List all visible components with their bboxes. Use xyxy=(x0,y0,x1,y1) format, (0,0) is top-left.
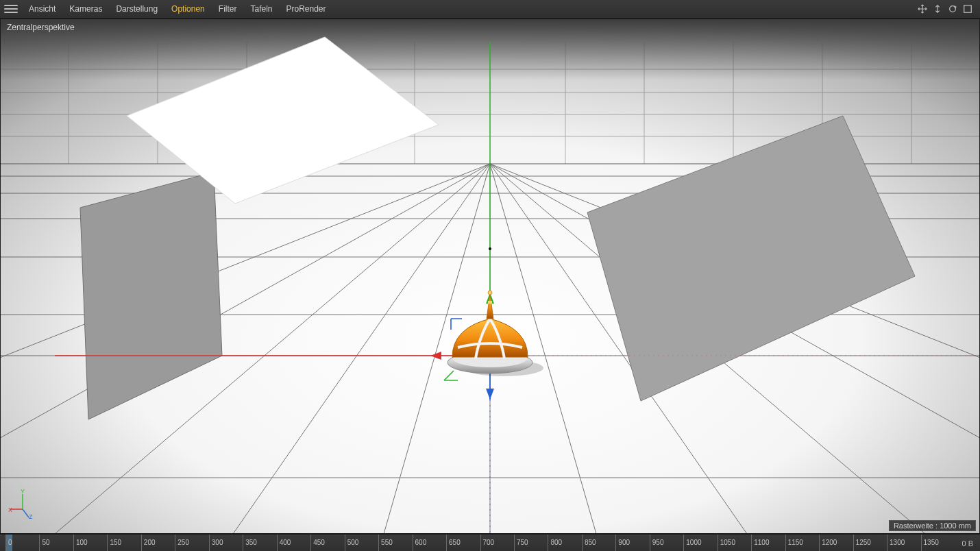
hamburger-icon[interactable] xyxy=(4,2,18,16)
timeline-tick: 200 xyxy=(141,535,142,551)
timeline-ruler[interactable]: 0501001502002503003504004505005506006507… xyxy=(5,535,955,551)
timeline-tick: 800 xyxy=(548,535,548,551)
timeline-tick: 1350 xyxy=(921,535,922,551)
timeline-end-label: 0 B xyxy=(955,539,980,548)
timeline-tick: 550 xyxy=(378,535,379,551)
timeline-tick: 1150 xyxy=(785,535,786,551)
scene-3d[interactable] xyxy=(0,19,980,534)
menu-prorender[interactable]: ProRender xyxy=(280,0,333,18)
dolly-icon[interactable] xyxy=(932,3,943,14)
timeline-tick: 0 xyxy=(5,535,6,551)
menu-kameras[interactable]: Kameras xyxy=(62,0,109,18)
menu-filter[interactable]: Filter xyxy=(212,0,244,18)
timeline-tick: 50 xyxy=(39,535,40,551)
timeline-tick: 700 xyxy=(480,535,481,551)
svg-point-46 xyxy=(489,247,491,250)
grid-spacing-label: Rasterweite : 1000 mm xyxy=(889,520,976,531)
viewport[interactable]: Zentralperspektive xyxy=(0,19,980,534)
axis-gizmo[interactable]: X Y Z xyxy=(8,490,37,519)
svg-rect-50 xyxy=(488,301,492,304)
menu-darstellung[interactable]: Darstellung xyxy=(109,0,164,18)
timeline-tick: 850 xyxy=(582,535,583,551)
timeline-tick: 250 xyxy=(175,535,175,551)
timeline-tick: 500 xyxy=(345,535,345,551)
timeline-tick: 150 xyxy=(107,535,108,551)
timeline-tick: 750 xyxy=(514,535,515,551)
svg-point-51 xyxy=(488,291,492,295)
timeline-tick: 450 xyxy=(310,535,311,551)
svg-line-55 xyxy=(23,509,29,517)
timeline-tick: 300 xyxy=(209,535,210,551)
timeline-tick: 900 xyxy=(615,535,616,551)
timeline-tick: 350 xyxy=(243,535,243,551)
svg-rect-1 xyxy=(964,5,972,13)
timeline-tick: 1100 xyxy=(751,535,752,551)
axis-z-label: Z xyxy=(29,513,33,520)
timeline-tick: 400 xyxy=(277,535,278,551)
menu-ansicht[interactable]: Ansicht xyxy=(22,0,62,18)
timeline-tick: 100 xyxy=(73,535,74,551)
menu-optionen[interactable]: Optionen xyxy=(164,0,212,18)
move-icon[interactable] xyxy=(917,3,928,14)
timeline-tick: 950 xyxy=(650,535,650,551)
axis-x-label: X xyxy=(8,506,12,513)
menu-bar: Ansicht Kameras Darstellung Optionen Fil… xyxy=(0,0,980,19)
timeline[interactable]: 0501001502002503003504004505005506006507… xyxy=(0,534,980,551)
orbit-icon[interactable] xyxy=(947,3,958,14)
menu-tafeln[interactable]: Tafeln xyxy=(243,0,279,18)
timeline-tick: 600 xyxy=(413,535,413,551)
timeline-tick: 1050 xyxy=(718,535,718,551)
maximize-icon[interactable] xyxy=(962,3,973,14)
timeline-tick: 1250 xyxy=(853,535,854,551)
timeline-tick: 1300 xyxy=(887,535,887,551)
menu-right-icons xyxy=(917,3,979,14)
timeline-tick: 1000 xyxy=(683,535,684,551)
timeline-tick: 1200 xyxy=(819,535,820,551)
axis-y-label: Y xyxy=(21,488,25,495)
view-label: Zentralperspektive xyxy=(7,23,75,32)
timeline-tick: 650 xyxy=(446,535,447,551)
